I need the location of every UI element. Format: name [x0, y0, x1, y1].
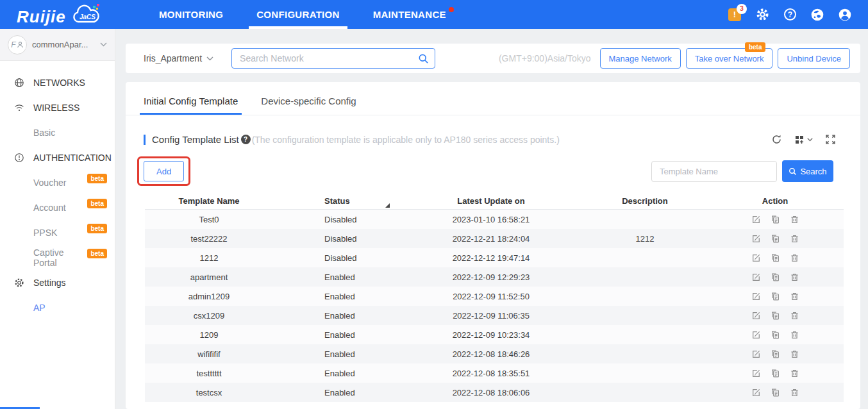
edit-icon[interactable] [751, 234, 761, 244]
copy-icon[interactable] [771, 369, 780, 378]
sidebar-item-wireless[interactable]: WIRELESS [0, 95, 115, 120]
edit-icon[interactable] [751, 369, 761, 378]
help-icon[interactable]: ? [241, 135, 251, 144]
sort-indicator-icon[interactable] [385, 203, 390, 208]
brand-logo[interactable]: Ruijie JaCS [17, 4, 124, 25]
add-button[interactable]: Add [144, 161, 184, 181]
network-search-input[interactable] [231, 48, 435, 69]
cell-template-name: admin1209 [145, 292, 273, 301]
col-status[interactable]: Status [273, 196, 401, 206]
cell-template-name: testcsx [145, 388, 273, 397]
cell-actions [709, 215, 841, 224]
main-panel: Initial Config Template Device-specific … [126, 82, 860, 409]
cell-latest-update: 2022-12-09 10:23:34 [401, 330, 581, 340]
sidebar-item-basic[interactable]: Basic [0, 120, 115, 145]
sidebar-item-networks[interactable]: NETWORKS [0, 70, 115, 95]
cell-latest-update: 2023-01-10 16:58:21 [401, 215, 581, 224]
account-switcher[interactable]: F commonApar... [0, 29, 115, 61]
table-row: Test0 Disabled 2023-01-10 16:58:21 [145, 210, 844, 229]
copy-icon[interactable] [771, 311, 780, 321]
content-area: Iris_Apartment (GMT+9:00)Asia/Tokyo Mana… [126, 0, 860, 409]
wifi-icon [14, 103, 25, 112]
search-icon [789, 167, 797, 176]
copy-icon[interactable] [771, 253, 780, 263]
sidebar-item-account[interactable]: Account beta [0, 195, 115, 220]
copy-icon[interactable] [771, 234, 780, 244]
delete-icon[interactable] [790, 292, 799, 301]
nav-maintenance-label: MAINTENANCE [373, 9, 446, 20]
globe-language-icon[interactable] [811, 8, 824, 21]
cell-status: Disabled [273, 253, 401, 263]
edit-icon[interactable] [751, 215, 761, 224]
sidebar-item-authentication[interactable]: AUTHENTICATION [0, 145, 115, 170]
col-template-name: Template Name [145, 196, 273, 206]
delete-icon[interactable] [790, 272, 799, 282]
person-icon [17, 41, 24, 48]
refresh-icon[interactable] [771, 134, 782, 145]
delete-icon[interactable] [790, 388, 799, 397]
delete-icon[interactable] [790, 369, 799, 378]
copy-icon[interactable] [771, 272, 780, 282]
nav-maintenance[interactable]: MAINTENANCE [356, 0, 471, 29]
fullscreen-icon[interactable] [825, 134, 836, 145]
notification-dot [449, 7, 454, 12]
sidebar-item-ap[interactable]: AP [0, 295, 115, 320]
copy-icon[interactable] [771, 215, 780, 224]
tab-initial-config-template[interactable]: Initial Config Template [144, 96, 238, 115]
edit-icon[interactable] [751, 253, 761, 263]
cell-actions [709, 311, 841, 321]
table-toolbar: Add Search [126, 145, 860, 182]
beta-badge: beta [87, 174, 107, 183]
cell-actions [709, 292, 841, 301]
table-row: csx1209 Enabled 2022-12-09 11:06:35 [145, 306, 844, 325]
column-settings-icon[interactable] [794, 135, 813, 145]
take-over-network-button[interactable]: Take over Network beta [686, 48, 773, 69]
copy-icon[interactable] [771, 330, 780, 340]
cell-actions [709, 330, 841, 340]
account-icon[interactable] [839, 8, 851, 21]
copy-icon[interactable] [771, 388, 780, 397]
search-icon[interactable] [418, 53, 429, 64]
cell-description: 1212 [581, 234, 709, 244]
sidebar-item-captive-portal[interactable]: Captive Portal beta [0, 245, 115, 270]
sidebar-item-settings[interactable]: Settings [0, 270, 115, 295]
edit-icon[interactable] [751, 349, 761, 359]
chevron-down-icon [100, 42, 107, 47]
template-name-input[interactable] [651, 161, 777, 182]
sidebar-item-ppsk[interactable]: PPSK beta [0, 220, 115, 245]
search-button[interactable]: Search [782, 160, 833, 182]
network-search [231, 48, 435, 69]
edit-icon[interactable] [751, 292, 761, 301]
edit-icon[interactable] [751, 272, 761, 282]
edit-icon[interactable] [751, 388, 761, 397]
copy-icon[interactable] [771, 349, 780, 359]
network-selector[interactable]: Iris_Apartment [144, 53, 213, 63]
delete-icon[interactable] [790, 253, 799, 263]
delete-icon[interactable] [790, 311, 799, 321]
help-icon[interactable]: ? [784, 8, 796, 21]
delete-icon[interactable] [790, 330, 799, 340]
tab-device-specific-config[interactable]: Device-specific Config [261, 96, 356, 115]
alerts-icon[interactable]: ! 3 [728, 8, 741, 21]
copy-icon[interactable] [771, 292, 780, 301]
cell-latest-update: 2022-12-08 18:06:06 [401, 388, 581, 397]
cell-actions [709, 369, 841, 378]
cell-template-name: apartment [145, 272, 273, 282]
cell-status: Enabled [273, 272, 401, 282]
unbind-device-button[interactable]: Unbind Device [778, 48, 850, 69]
delete-icon[interactable] [790, 215, 799, 224]
delete-icon[interactable] [790, 234, 799, 244]
edit-icon[interactable] [751, 330, 761, 340]
table-row: test22222 Disabled 2022-12-21 18:24:04 1… [145, 229, 844, 248]
config-template-table: Template Name Status Latest Update on De… [145, 192, 844, 402]
nav-monitoring[interactable]: MONITORING [142, 0, 240, 29]
delete-icon[interactable] [790, 349, 799, 359]
sidebar-item-voucher[interactable]: Voucher beta [0, 170, 115, 195]
gear-icon[interactable] [756, 8, 769, 21]
manage-network-button[interactable]: Manage Network [600, 48, 681, 69]
nav-configuration[interactable]: CONFIGURATION [240, 0, 356, 29]
cell-latest-update: 2022-12-08 18:35:51 [401, 369, 581, 378]
col-action: Action [709, 196, 841, 206]
alert-circle-icon [14, 153, 25, 163]
edit-icon[interactable] [751, 311, 761, 321]
